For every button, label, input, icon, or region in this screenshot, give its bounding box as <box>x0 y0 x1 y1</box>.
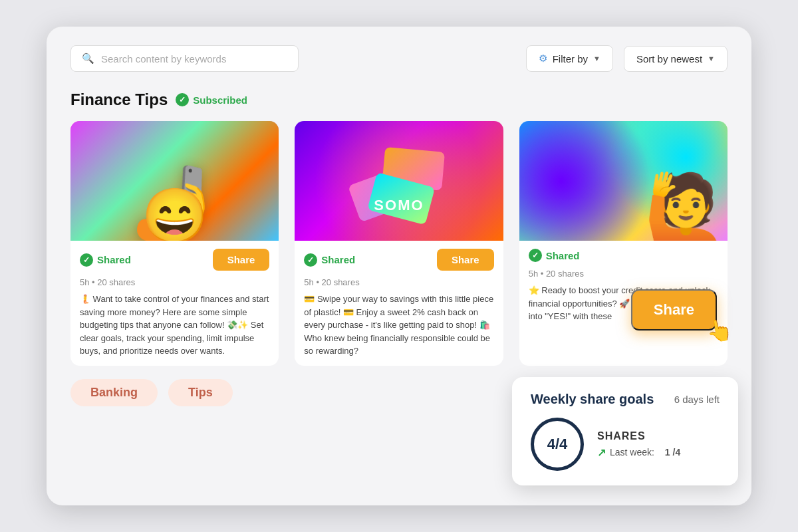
credit-cards <box>295 121 503 241</box>
last-week: ↗ Last week: 1 /4 <box>597 446 680 459</box>
card-image-3: 🙋 <box>519 121 728 241</box>
filter-label: Filter by <box>553 53 588 65</box>
share-button-1[interactable]: Share <box>213 249 270 271</box>
subscribed-badge: ✓ Subscribed <box>176 93 247 106</box>
subscribed-label: Subscribed <box>193 94 247 106</box>
card-meta-3: 5h • 20 shares <box>529 269 718 279</box>
sort-chevron-icon: ▼ <box>708 55 715 63</box>
card-text-1: 🧜 Want to take control of your finances … <box>80 293 269 358</box>
sort-button[interactable]: Sort by newest ▼ <box>624 46 728 72</box>
top-bar: 🔍 Search content by keywords ⚙ Filter by… <box>70 45 728 72</box>
shares-label: SHARES <box>597 430 680 442</box>
goals-header: Weekly share goals 6 days left <box>531 392 720 407</box>
cursor-hand-icon: 👆 <box>704 316 735 345</box>
shared-label-2: ✓ Shared <box>304 253 355 267</box>
cards-grid: 🤳 ✓ Shared Share 5h • 20 shares 🧜 Want t… <box>70 121 728 366</box>
filter-button[interactable]: ⚙ Filter by ▼ <box>526 45 613 72</box>
card-text-2: 💳 Swipe your way to savings with this li… <box>304 293 493 358</box>
card-bottom-2: ✓ Shared Share 5h • 20 shares 💳 Swipe yo… <box>295 241 503 366</box>
subscribed-check-icon: ✓ <box>176 93 189 106</box>
shared-check-icon-1: ✓ <box>80 253 93 267</box>
content-card-1: 🤳 ✓ Shared Share 5h • 20 shares 🧜 Want t… <box>70 121 279 366</box>
section-title: Finance Tips <box>70 90 168 109</box>
goals-popup: Weekly share goals 6 days left 4/4 SHARE… <box>512 377 738 485</box>
card-meta-2: 5h • 20 shares <box>304 277 493 287</box>
card-image-2: SOMO <box>295 121 503 241</box>
card-status-row-2: ✓ Shared Share <box>304 249 493 271</box>
shared-check-icon-2: ✓ <box>304 253 317 267</box>
card-meta-1: 5h • 20 shares <box>80 277 269 287</box>
filter-icon: ⚙ <box>539 53 547 65</box>
tag-banking[interactable]: Banking <box>70 379 158 406</box>
tag-tips[interactable]: Tips <box>168 379 233 406</box>
share-button-2[interactable]: Share <box>437 249 494 271</box>
search-placeholder: Search content by keywords <box>101 53 226 65</box>
trend-up-icon: ↗ <box>597 446 606 459</box>
goals-body: 4/4 SHARES ↗ Last week: 1 /4 <box>531 418 720 471</box>
last-week-value: 1 /4 <box>665 447 680 458</box>
last-week-label: Last week: <box>610 447 654 458</box>
sort-label: Sort by newest <box>636 53 702 65</box>
main-card: 🔍 Search content by keywords ⚙ Filter by… <box>47 27 751 505</box>
share-overlay-button[interactable]: Share <box>631 289 717 331</box>
days-left: 6 days left <box>674 394 720 405</box>
section-header: Finance Tips ✓ Subscribed <box>70 90 728 109</box>
content-card-2: SOMO ✓ Shared Share 5h • 20 shares 💳 Swi… <box>295 121 503 366</box>
filter-chevron-icon: ▼ <box>593 55 600 63</box>
card-image-1: 🤳 <box>70 121 279 241</box>
card-status-row-3: ✓ Shared <box>529 249 718 262</box>
goals-title: Weekly share goals <box>531 392 654 407</box>
card-bottom-1: ✓ Shared Share 5h • 20 shares 🧜 Want to … <box>70 241 279 366</box>
search-icon: 🔍 <box>82 53 94 65</box>
shared-label-1: ✓ Shared <box>80 253 131 267</box>
search-box[interactable]: 🔍 Search content by keywords <box>70 45 299 72</box>
card-status-row-1: ✓ Shared Share <box>80 249 269 271</box>
circle-progress: 4/4 <box>531 418 584 471</box>
shared-label-3: ✓ Shared <box>529 249 580 262</box>
shared-check-icon-3: ✓ <box>529 249 542 262</box>
goals-info: SHARES ↗ Last week: 1 /4 <box>597 430 680 459</box>
card2-brand-text: SOMO <box>374 197 424 214</box>
